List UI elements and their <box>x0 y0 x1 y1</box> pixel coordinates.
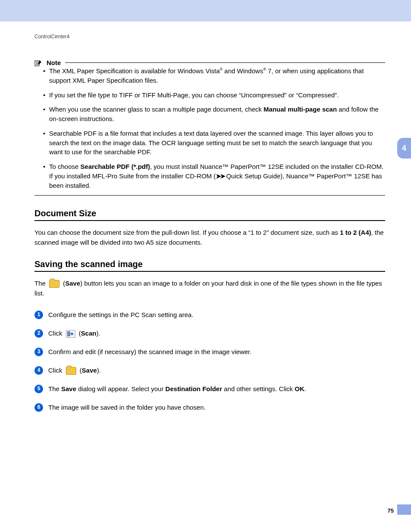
heading-document-size: Document Size <box>34 208 385 221</box>
note-pencil-icon <box>34 59 42 66</box>
step-number-icon: 6 <box>34 403 43 412</box>
note-item: The XML Paper Specification is available… <box>43 66 385 85</box>
top-header-bar <box>0 0 411 22</box>
heading-saving-image: Saving the scanned image <box>34 259 385 272</box>
note-block: Note The XML Paper Specification is avai… <box>34 59 385 196</box>
svg-rect-4 <box>68 332 70 336</box>
note-item: To choose Searchable PDF (*.pdf), you mu… <box>43 162 385 190</box>
step-number-icon: 5 <box>34 385 43 393</box>
saving-intro-paragraph: The (Save) button lets you scan an image… <box>34 279 385 298</box>
page-content: ControlCenter4 Note The XML Paper Specif… <box>0 22 411 430</box>
running-header: ControlCenter4 <box>34 34 385 40</box>
step-item: 6 The image will be saved in the folder … <box>34 403 385 412</box>
step-number-icon: 1 <box>34 311 43 319</box>
step-item: 3 Confirm and edit (if necessary) the sc… <box>34 347 385 356</box>
steps-list: 1 Configure the settings in the PC Scan … <box>34 310 385 412</box>
step-item: 5 The Save dialog will appear. Select yo… <box>34 384 385 393</box>
step-number-icon: 2 <box>34 329 43 338</box>
step-item: 2 Click (Scan). <box>34 329 385 338</box>
note-item: If you set the file type to TIFF or TIFF… <box>43 90 385 100</box>
note-item: Searchable PDF is a file format that inc… <box>43 129 385 157</box>
scan-icon <box>66 330 75 338</box>
step-number-icon: 3 <box>34 348 43 356</box>
step-item: 1 Configure the settings in the PC Scan … <box>34 310 385 319</box>
folder-icon <box>66 367 76 375</box>
arrows-icon: ➤➤ <box>216 172 224 180</box>
note-item: When you use the scanner glass to scan a… <box>43 105 385 124</box>
step-number-icon: 4 <box>34 366 43 375</box>
page-number-tab <box>397 504 411 515</box>
page-number: 75 <box>388 507 394 514</box>
folder-icon <box>49 280 59 288</box>
step-item: 4 Click (Save). <box>34 366 385 375</box>
document-size-paragraph: You can choose the document size from th… <box>34 228 385 247</box>
note-label: Note <box>47 59 61 66</box>
note-list: The XML Paper Specification is available… <box>34 66 385 190</box>
